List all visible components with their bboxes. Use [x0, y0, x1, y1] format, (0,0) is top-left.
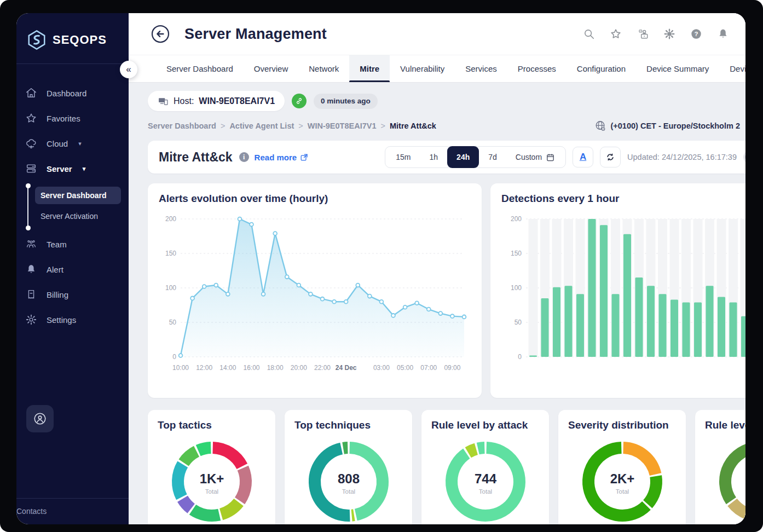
top-tactics-donut[interactable]: 1K+Total	[169, 439, 255, 524]
info-icon[interactable]: i	[239, 152, 249, 162]
sidebar-label: Favorites	[47, 114, 80, 123]
svg-text:?: ?	[695, 31, 698, 37]
svg-text:22:00: 22:00	[314, 364, 331, 372]
tab-device-events[interactable]: Device Events	[719, 55, 745, 82]
chart-title: Rule level by attack	[431, 419, 539, 431]
section-title: Mitre Att&ck	[159, 150, 233, 165]
tab-services[interactable]: Services	[455, 55, 507, 82]
range-1h[interactable]: 1h	[420, 146, 448, 168]
rule-level-donut[interactable]	[716, 439, 746, 524]
star-icon[interactable]	[610, 28, 622, 40]
svg-text:09:00: 09:00	[444, 364, 460, 372]
alerts-evolution-card: Alerts evolution over time (hourly) 0501…	[148, 183, 482, 398]
svg-text:0: 0	[518, 353, 522, 361]
breadcrumb-item[interactable]: Server Dashboard	[148, 122, 216, 130]
agents-icon[interactable]	[637, 28, 649, 40]
toolbar-right: 15m 1h 24h 7d Custom A Updated: 24/12/20…	[385, 146, 745, 168]
submenu-dot	[26, 225, 31, 230]
server-icon	[25, 163, 37, 175]
breadcrumb-item[interactable]: Active Agent List	[229, 122, 294, 130]
rule-level-by-attack-donut[interactable]: 744Total	[443, 439, 528, 524]
tab-mitre[interactable]: Mitre	[349, 55, 390, 82]
sidebar-item-team[interactable]: Team	[16, 232, 129, 257]
sidebar-label: Alert	[47, 265, 63, 274]
chart-title: Alerts evolution over time (hourly)	[159, 193, 471, 205]
sidebar-item-settings[interactable]: Settings	[16, 307, 129, 332]
chart-title: Rule level	[705, 419, 745, 431]
svg-text:Total: Total	[205, 488, 218, 495]
sidebar-item-favorites[interactable]: Favorites	[16, 106, 129, 131]
detections-card: Detections every 1 hour 050100150200	[490, 183, 745, 398]
svg-text:Total: Total	[342, 488, 355, 495]
top-header: Server Management ?	[129, 13, 745, 55]
tab-vulnerability[interactable]: Vulnerability	[390, 55, 455, 82]
sidebar-collapse-button[interactable]: «	[120, 61, 137, 78]
seqops-logo-icon	[26, 30, 47, 50]
svg-text:50: 50	[169, 319, 177, 326]
host-name: WIN-9E0T8EAI7V1	[199, 96, 275, 106]
tab-network[interactable]: Network	[298, 55, 349, 82]
sidebar-item-alert[interactable]: Alert	[16, 257, 129, 282]
charts-row: Alerts evolution over time (hourly) 0501…	[148, 183, 745, 398]
top-techniques-donut[interactable]: 808Total	[306, 439, 391, 524]
sidebar-bottom: Contacts	[16, 405, 129, 524]
external-link-icon	[300, 153, 308, 161]
sidebar-label: Team	[47, 240, 67, 249]
breadcrumb-separator: >	[298, 122, 303, 130]
page-content: Host: WIN-9E0T8EAI7V1 0 minutes ago Serv…	[129, 82, 745, 524]
range-custom[interactable]: Custom	[506, 146, 564, 168]
read-more-link[interactable]: Read more	[255, 153, 309, 162]
svg-text:07:00: 07:00	[420, 364, 437, 372]
sidebar-item-server[interactable]: Server ▾	[16, 156, 129, 181]
refresh-button[interactable]	[600, 147, 621, 167]
tab-processes[interactable]: Processes	[507, 55, 567, 82]
range-7d[interactable]: 7d	[479, 146, 506, 168]
bell-icon[interactable]	[717, 28, 729, 40]
agent-connected-icon[interactable]	[292, 94, 307, 108]
top-tactics-card: Top tactics 1K+Total	[148, 410, 275, 524]
sidebar-item-server-activation[interactable]: Server Activation	[35, 207, 121, 225]
cloud-icon	[25, 137, 37, 149]
range-24h[interactable]: 24h	[447, 146, 479, 168]
tab-device-summary[interactable]: Device Summary	[636, 55, 719, 82]
range-15m[interactable]: 15m	[386, 146, 420, 168]
mitre-toolbar: Mitre Att&ck i Read more 15m 1h 24h 7d C…	[148, 141, 745, 174]
screen-frame: SEQOPS Dashboard Favorites Cloud ▾ Serve…	[0, 0, 763, 532]
svg-text:16:00: 16:00	[243, 364, 259, 372]
sidebar-item-billing[interactable]: Billing	[16, 282, 129, 307]
tab-configuration[interactable]: Configuration	[567, 55, 636, 82]
breadcrumb-item[interactable]: WIN-9E0T8EAI7V1	[308, 122, 377, 130]
detections-bar-chart[interactable]: 050100150200	[501, 210, 745, 380]
svg-text:50: 50	[515, 319, 522, 326]
svg-text:200: 200	[165, 215, 176, 223]
sidebar-item-server-dashboard[interactable]: Server Dashboard	[35, 187, 121, 204]
sidebar-item-cloud[interactable]: Cloud ▾	[16, 131, 129, 156]
last-seen-badge: 0 minutes ago	[314, 94, 378, 109]
sidebar-label: Settings	[47, 315, 76, 325]
alerts-evolution-line-chart[interactable]: 05010015020010:0012:0014:0016:0018:0020:…	[159, 210, 471, 380]
gear-icon[interactable]	[663, 28, 675, 40]
rule-level-card: Rule level	[695, 410, 745, 524]
timezone-indicator[interactable]: (+0100) CET - Europe/Stockholm 2	[594, 120, 741, 132]
team-icon	[25, 238, 37, 250]
font-size-button[interactable]: A	[573, 147, 593, 167]
svg-text:12:00: 12:00	[196, 364, 212, 372]
help-icon[interactable]: ?	[690, 28, 702, 40]
auto-refresh-toggle[interactable]	[743, 151, 745, 164]
back-button[interactable]	[151, 24, 170, 44]
tab-server-dashboard[interactable]: Server Dashboard	[156, 55, 244, 82]
svg-text:744: 744	[474, 471, 496, 486]
svg-text:2K+: 2K+	[610, 471, 634, 486]
severity-distribution-donut[interactable]: 2K+Total	[580, 439, 665, 524]
sidebar-nav: Dashboard Favorites Cloud ▾ Server ▾ Ser…	[16, 80, 129, 332]
user-avatar[interactable]	[26, 405, 54, 432]
search-icon[interactable]	[583, 28, 595, 40]
receipt-icon	[25, 288, 37, 300]
sidebar-item-dashboard[interactable]: Dashboard	[16, 80, 129, 106]
tab-overview[interactable]: Overview	[244, 55, 299, 82]
brand-logo[interactable]: SEQOPS	[16, 13, 129, 63]
top-techniques-card: Top techniques 808Total	[285, 410, 412, 524]
chart-title: Top techniques	[294, 419, 402, 431]
bell-icon	[25, 263, 37, 275]
sidebar-item-contacts[interactable]: Contacts	[16, 499, 129, 524]
